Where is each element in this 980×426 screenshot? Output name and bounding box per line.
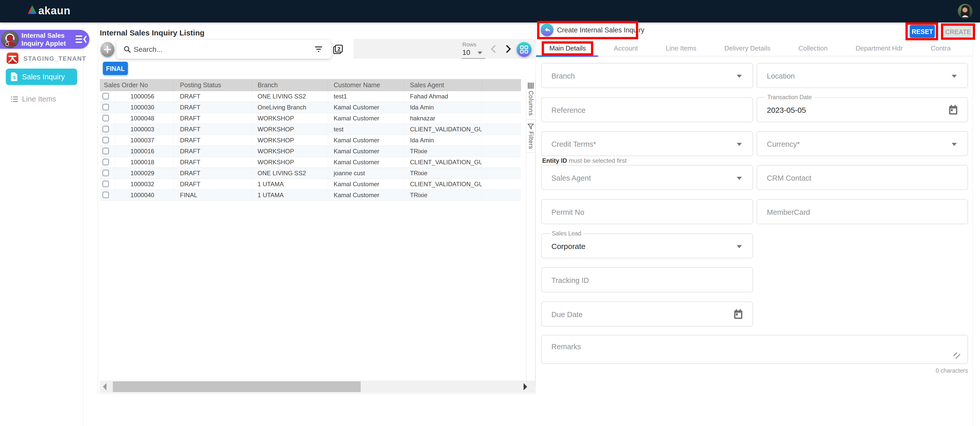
reference-field[interactable]: Reference <box>541 97 753 122</box>
cell-posting-status: DRAFT <box>173 135 252 146</box>
scroll-left-icon[interactable] <box>103 383 107 390</box>
row-checkbox[interactable] <box>102 148 109 154</box>
top-bar: akaun <box>0 0 980 22</box>
stacked-pages-icon[interactable]: 2 <box>332 44 344 55</box>
sidebar-item-line-items[interactable]: Line Items <box>0 93 83 105</box>
remarks-textarea[interactable]: Remarks <box>541 335 968 364</box>
sales-lead-select[interactable]: Sales Lead Corporate <box>541 233 753 258</box>
cell-customer-name: joanne cust <box>328 168 404 179</box>
cell-posting-status: DRAFT <box>173 102 252 113</box>
previous-page-button[interactable] <box>489 44 498 54</box>
add-record-button[interactable] <box>100 42 115 57</box>
table-row[interactable]: 1000048 DRAFT WORKSHOP Kamal Customer ha… <box>100 113 521 124</box>
tab-delivery-details[interactable]: Delivery Details <box>724 44 771 52</box>
cell-customer-name: Kamal Customer <box>328 102 404 113</box>
sidebar-item-applet[interactable]: Internal Sales Inquiry Applet <box>0 30 89 49</box>
table-row[interactable]: 1000037 DRAFT WORKSHOP Kamal Customer Id… <box>100 135 521 146</box>
rows-per-page-select[interactable]: 10 <box>462 48 485 59</box>
collapse-sidebar-icon[interactable] <box>76 35 87 43</box>
table-row[interactable]: 1000016 DRAFT WORKSHOP Kamal Customer TR… <box>100 146 521 157</box>
filters-tab[interactable]: Filters <box>527 120 535 153</box>
cell-sales-agent: Fahad Ahmad <box>404 91 482 102</box>
annotation-box-reset <box>905 22 938 40</box>
annotation-box-main-details <box>542 41 593 55</box>
cell-posting-status: FINAL <box>173 190 252 201</box>
horizontal-scrollbar[interactable] <box>100 381 535 393</box>
row-checkbox[interactable] <box>102 159 109 165</box>
calendar-icon[interactable] <box>948 105 958 115</box>
listing-title: Internal Sales Inquiry Listing <box>100 29 204 37</box>
table-body: 1000056 DRAFT ONE LIVING SS2 test1 Fahad… <box>100 91 521 201</box>
cell-sales-order-no: 1000030 <box>115 102 173 113</box>
row-checkbox[interactable] <box>102 126 109 132</box>
table-row[interactable]: 1000056 DRAFT ONE LIVING SS2 test1 Fahad… <box>100 91 521 102</box>
sidebar-item-sales-inquiry[interactable]: $ Sales Inquiry <box>6 69 77 85</box>
create-inquiry-panel: Create Internal Sales Inquiry RESET CREA… <box>540 22 980 426</box>
column-header: Sales Order No <box>100 79 173 91</box>
applet-name: Internal Sales Inquiry Applet <box>21 32 66 48</box>
location-select[interactable]: Location <box>757 63 968 88</box>
table-row[interactable]: 1000003 DRAFT WORKSHOP test CLIENT_VALID… <box>100 124 521 135</box>
final-filter-button[interactable]: FINAL <box>103 62 128 75</box>
cell-customer-name: Kamal Customer <box>328 146 404 157</box>
character-count: 0 characters <box>933 367 968 374</box>
tracking-id-field[interactable]: Tracking ID <box>541 267 753 292</box>
table-row[interactable]: 1000029 DRAFT ONE LIVING SS2 joanne cust… <box>100 168 521 179</box>
due-date-field[interactable]: Due Date <box>541 301 753 326</box>
document-dollar-icon: $ <box>11 72 18 81</box>
table-row[interactable]: 1000030 DRAFT OneLiving Branch Kamal Cus… <box>100 102 521 113</box>
cell-sales-agent: TRixie <box>404 168 482 179</box>
cell-customer-name: Kamal Customer <box>328 113 404 124</box>
filter-sort-icon[interactable] <box>315 46 322 52</box>
tab-contra[interactable]: Contra <box>931 44 951 52</box>
crm-contact-field[interactable]: CRM Contact <box>757 165 968 190</box>
search-icon <box>123 45 131 53</box>
row-checkbox[interactable] <box>102 192 109 198</box>
scroll-right-icon[interactable] <box>523 383 527 390</box>
table-row[interactable]: 1000032 DRAFT 1 UTAMA Kamal Customer CLI… <box>100 179 521 190</box>
branch-select[interactable]: Branch <box>541 63 753 88</box>
svg-text:2: 2 <box>337 46 340 52</box>
cell-branch: WORKSHOP <box>252 124 328 135</box>
row-checkbox[interactable] <box>102 137 109 143</box>
cell-sales-agent: CLIENT_VALIDATION_GUID_DO... <box>404 157 482 168</box>
next-page-button[interactable] <box>503 44 512 54</box>
grid-view-button[interactable] <box>517 42 531 57</box>
cell-sales-agent: CLIENT_VALIDATION_GUID_DO... <box>404 124 482 135</box>
row-checkbox[interactable] <box>102 169 109 176</box>
sidebar-item-label: Sales Inquiry <box>22 73 65 81</box>
tab-account[interactable]: Account <box>614 44 638 52</box>
sales-lead-label: Sales Lead <box>550 230 583 237</box>
transaction-date-value: 2023-05-05 <box>767 106 806 114</box>
credit-terms-select[interactable]: Credit Terms* <box>541 131 753 156</box>
panel-tabs: Main Details Account Line Items Delivery… <box>549 40 951 56</box>
row-checkbox[interactable] <box>102 104 109 111</box>
currency-select[interactable]: Currency* <box>757 131 968 156</box>
column-header: Branch <box>252 79 328 91</box>
sales-agent-select[interactable]: Sales Agent <box>541 165 753 190</box>
tab-department-hdr[interactable]: Department Hdr <box>856 44 903 52</box>
search-input[interactable] <box>133 44 298 55</box>
permit-no-field[interactable]: Permit No <box>541 199 753 224</box>
user-avatar[interactable] <box>958 4 973 19</box>
tab-collection[interactable]: Collection <box>799 44 827 52</box>
membercard-field[interactable]: MemberCard <box>757 199 968 224</box>
calendar-icon[interactable] <box>733 309 743 319</box>
row-checkbox[interactable] <box>102 181 109 187</box>
row-checkbox[interactable] <box>102 93 109 100</box>
cell-sales-agent: Ida Amin <box>404 135 482 146</box>
sales-lead-value: Corporate <box>551 242 585 251</box>
tenant-row[interactable]: STAGING_TENANT <box>0 52 83 66</box>
table-row[interactable]: 1000018 DRAFT WORKSHOP Kamal Customer CL… <box>100 157 521 168</box>
row-checkbox[interactable] <box>102 115 109 122</box>
transaction-date-field[interactable]: Transaction Date 2023-05-05 <box>757 97 968 122</box>
credit-terms-helper-text: Entity ID must be selected first <box>542 157 627 164</box>
tab-line-items[interactable]: Line Items <box>666 44 697 52</box>
tenant-name: STAGING_TENANT <box>24 55 86 62</box>
table-row[interactable]: 1000040 FINAL 1 UTAMA Kamal Customer TRi… <box>100 190 521 201</box>
resize-grip-icon[interactable] <box>953 352 960 359</box>
columns-tab-label: Columns <box>527 91 534 116</box>
columns-tab[interactable]: Columns <box>527 79 535 120</box>
scrollbar-thumb[interactable] <box>113 382 361 392</box>
cell-customer-name: Kamal Customer <box>328 135 404 146</box>
